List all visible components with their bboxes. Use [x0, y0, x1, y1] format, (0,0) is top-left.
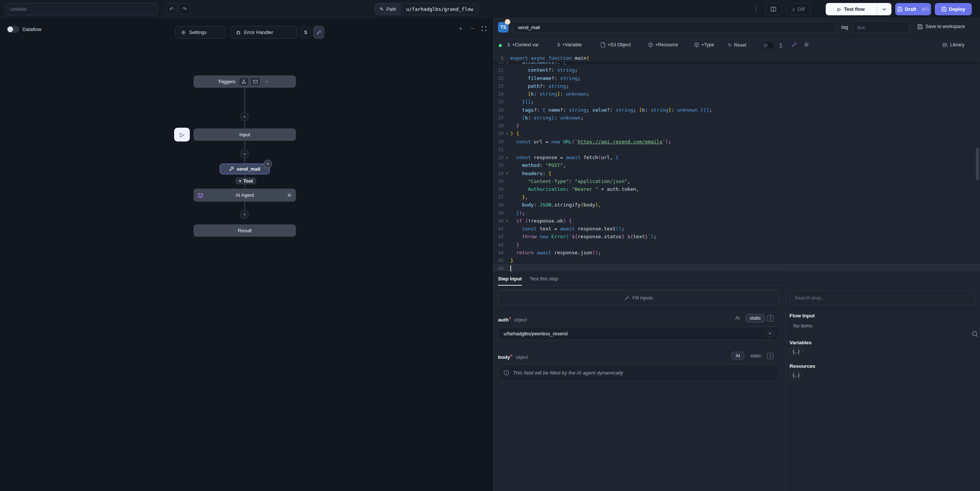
fold-chevron-icon[interactable]: ∨	[504, 132, 511, 135]
editor-scrollbar[interactable]	[976, 148, 979, 180]
code-line[interactable]: 33 method: "POST",	[492, 161, 980, 169]
library-button[interactable]: Library	[943, 42, 964, 48]
code-line[interactable]: 22 filename?: string;	[492, 74, 980, 82]
ai-agent-label: AI Agent	[235, 192, 254, 198]
add-resource-button[interactable]: +Resource	[648, 42, 678, 48]
draft-button[interactable]: Draft ⌘S	[895, 3, 931, 15]
fold-chevron-icon[interactable]: ∨	[504, 219, 511, 222]
code-line[interactable]: 26 tags?: { name?: string; value?: strin…	[492, 106, 980, 113]
flow-canvas[interactable]: Dataflow Settings Error Handler $	[0, 18, 492, 491]
code-line[interactable]: 28 }	[492, 122, 980, 130]
insert-step-below-input-button[interactable]: +	[240, 150, 248, 158]
node-ai-agent[interactable]: AI Agent a	[194, 189, 296, 202]
save-to-workspace-button[interactable]: Save to workspace	[918, 24, 965, 29]
dataflow-toggle[interactable]	[7, 26, 19, 33]
add-type-button[interactable]: +Type	[694, 42, 714, 48]
line-number: 29	[492, 131, 504, 136]
code-line[interactable]: 45}	[492, 256, 980, 264]
path-chip[interactable]: ✎ Path u/farhadglbs/grand_flow	[375, 3, 479, 15]
step-name-input[interactable]	[513, 21, 836, 33]
ai-codegen-button[interactable]	[791, 42, 797, 48]
code-line[interactable]: 42 throw new Error(`${response.status} $…	[492, 233, 980, 240]
variables-object-chip[interactable]: {...}	[789, 348, 803, 355]
body-static-mode-button[interactable]: static	[746, 352, 765, 359]
currency-button[interactable]: $	[301, 26, 311, 39]
body-ai-mode-button[interactable]: AI	[732, 352, 744, 360]
fit-view-button[interactable]	[480, 24, 488, 32]
run-from-input-button[interactable]: ▷	[174, 128, 190, 141]
auth-static-mode-button[interactable]: static	[746, 314, 765, 322]
path-value: u/farhadglbs/grand_flow	[401, 6, 479, 12]
body-expression-mode-button[interactable]: ƒ	[767, 353, 773, 359]
code-line[interactable]: 36 Authorization: "Bearer " + auth.token…	[492, 185, 980, 193]
fold-chevron-icon[interactable]: ∨	[504, 156, 511, 159]
flow-title-input[interactable]	[5, 3, 158, 15]
code-line[interactable]: 46	[492, 264, 980, 272]
add-variable-button[interactable]: $ +Variable	[557, 42, 582, 48]
tab-test-this-step[interactable]: Test this step	[530, 276, 558, 281]
resources-object-chip[interactable]: {...}	[789, 371, 803, 378]
email-trigger-chip[interactable]	[251, 78, 260, 86]
node-send-mail-tool[interactable]: send_mail	[220, 164, 270, 174]
fill-inputs-button[interactable]: Fill inputs	[498, 290, 780, 305]
code-line[interactable]: 30 const url = new URL(`https://api.rese…	[492, 137, 980, 145]
code-line[interactable]: 32∨ const response = await fetch(url, {	[492, 153, 980, 161]
auth-value-input[interactable]	[498, 327, 780, 340]
test-flow-button[interactable]: ▷ Test flow	[826, 6, 877, 12]
code-line[interactable]: 29∨) {	[492, 130, 980, 137]
code-line[interactable]: 21 content?: string;	[492, 66, 980, 74]
add-s3-object-button[interactable]: +S3 Object	[601, 42, 631, 48]
undo-button[interactable]: ↶	[166, 3, 177, 14]
node-result[interactable]: Result	[194, 224, 296, 237]
code-line[interactable]: 39 });	[492, 209, 980, 217]
docs-button[interactable]	[765, 3, 782, 15]
zoom-in-button[interactable]: +	[457, 24, 465, 32]
insert-step-above-input-button[interactable]: +	[240, 113, 248, 121]
ai-assistant-button[interactable]	[313, 26, 324, 39]
auth-ai-mode-button[interactable]: AI	[732, 315, 743, 322]
code-line[interactable]: 38 body: JSON.stringify(body),	[492, 201, 980, 209]
webhook-trigger-chip[interactable]	[239, 78, 248, 86]
remove-tool-button[interactable]: ✕	[264, 160, 272, 168]
auth-expression-mode-button[interactable]: ƒ	[767, 315, 773, 321]
reset-button[interactable]: ↻ Reset	[728, 42, 746, 48]
clear-auth-button[interactable]: ✕	[766, 330, 774, 338]
code-line[interactable]: 27 [k: string]: unknown;	[492, 114, 980, 122]
editor-settings-button[interactable]	[803, 42, 809, 48]
code-line[interactable]: 40∨ if (!response.ok) {	[492, 217, 980, 225]
code-text: headers: {	[511, 171, 552, 176]
code-line[interactable]: 41 const text = await response.text();	[492, 225, 980, 233]
node-input[interactable]: Input	[194, 129, 296, 141]
test-flow-dropdown-button[interactable]	[877, 3, 891, 15]
code-line[interactable]: 43 }	[492, 241, 980, 249]
code-editor[interactable]: 20∨ attachments?: {21 content?: string;2…	[492, 54, 980, 272]
code-text: tags?: { name?: string; value?: string; …	[511, 107, 712, 113]
flow-settings-button[interactable]: Settings	[175, 26, 226, 39]
tab-step-input[interactable]: Step Input	[498, 276, 522, 286]
code-line[interactable]: 35 "Content-Type": "application/json",	[492, 177, 980, 185]
fold-chevron-icon[interactable]: ∨	[504, 172, 511, 175]
diff-mode-icon[interactable]: ±	[780, 41, 782, 48]
zoom-out-button[interactable]: −	[468, 24, 476, 32]
tag-input[interactable]	[853, 21, 909, 33]
code-line[interactable]: 44 return await response.json();	[492, 249, 980, 256]
code-line[interactable]: 25 }[];	[492, 98, 980, 106]
deploy-button[interactable]: Deploy	[935, 3, 972, 15]
insert-step-below-agent-button[interactable]: +	[240, 211, 248, 218]
search-prop-input[interactable]	[789, 290, 975, 305]
add-trigger-chip[interactable]: +	[262, 78, 272, 86]
redo-button[interactable]: ↷	[178, 3, 190, 14]
code-line[interactable]: 24 [k: string]: unknown;	[492, 90, 980, 98]
edge-search-icon[interactable]	[971, 331, 979, 338]
node-triggers[interactable]: Triggers +	[194, 75, 296, 88]
code-line[interactable]: 31	[492, 146, 980, 153]
diff-button[interactable]: ± Diff	[786, 3, 811, 15]
code-line[interactable]: 34∨ headers: {	[492, 169, 980, 177]
error-handler-button[interactable]: Error Handler	[230, 26, 298, 39]
more-options-kebab-icon[interactable]: ⋮	[753, 5, 759, 11]
add-tool-button[interactable]: + Tool	[235, 177, 256, 184]
add-context-var-button[interactable]: $ +Context var	[508, 42, 539, 48]
code-line[interactable]: 37 },	[492, 193, 980, 201]
code-line[interactable]: 23 path?: string;	[492, 82, 980, 90]
editor-mode-toggle[interactable]	[762, 42, 773, 49]
